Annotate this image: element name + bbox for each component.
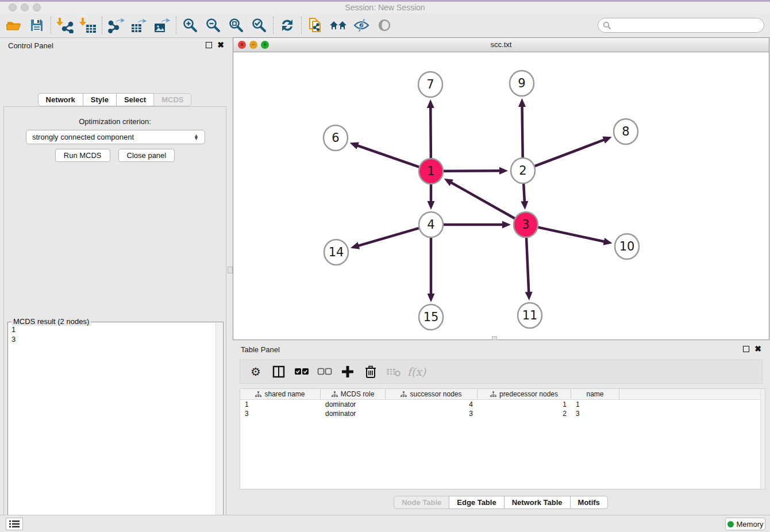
- table-row[interactable]: 3dominator323: [240, 409, 765, 418]
- network-canvas[interactable]: 7968124314101511: [233, 52, 769, 340]
- deselect-all-button[interactable]: [315, 362, 334, 381]
- memory-button[interactable]: Memory: [725, 518, 765, 530]
- column-label: shared name: [264, 390, 305, 398]
- save-disk-icon: [29, 18, 44, 33]
- mcds-result-text[interactable]: 1 3: [11, 325, 16, 344]
- table-cell[interactable]: dominator: [321, 409, 386, 418]
- fx-icon: f(x): [407, 365, 426, 378]
- table-cell[interactable]: 1: [240, 400, 321, 409]
- column-header-MCDS-role[interactable]: MCDS role: [321, 389, 386, 399]
- copy-network-button[interactable]: [304, 15, 327, 36]
- select-spinner-icon: ▲▼: [194, 134, 199, 140]
- export-network-button[interactable]: [105, 15, 128, 36]
- graph-node-label: 1: [427, 164, 434, 178]
- apply-layout-button[interactable]: [276, 15, 299, 36]
- app-window: Session: New Session: [0, 0, 770, 532]
- network-view-title: scc.txt: [233, 40, 769, 49]
- window-title: Session: New Session: [0, 3, 770, 12]
- table-settings-button[interactable]: ⚙: [246, 362, 265, 381]
- column-header-shared-name[interactable]: shared name: [240, 389, 321, 399]
- zoom-out-button[interactable]: [202, 15, 225, 36]
- column-header-predecessor-nodes[interactable]: predecessor nodes: [478, 389, 571, 399]
- column-header-name[interactable]: name: [571, 389, 619, 399]
- show-all-networks-button[interactable]: [327, 15, 350, 36]
- table-cell[interactable]: 2: [478, 409, 571, 418]
- graph-node-label: 9: [518, 76, 525, 90]
- mcds-result-title: MCDS result (2 nodes): [11, 317, 91, 326]
- tab-edge-table[interactable]: Edge Table: [449, 496, 504, 509]
- export-table-button[interactable]: [128, 15, 151, 36]
- zoom-fit-button[interactable]: [225, 15, 248, 36]
- zoom-selected-button[interactable]: [248, 15, 271, 36]
- tab-node-table[interactable]: Node Table: [394, 496, 449, 509]
- column-label: name: [586, 390, 603, 398]
- toggle-graphics-details-button[interactable]: [350, 15, 373, 36]
- column-header-successor-nodes[interactable]: successor nodes: [386, 389, 478, 399]
- table-header-row: shared name MCDS role successor nodes pr…: [240, 389, 765, 400]
- status-bar: Memory: [0, 515, 770, 532]
- close-panel-button[interactable]: Close panel: [118, 149, 175, 162]
- close-panel-icon[interactable]: ✖: [217, 41, 224, 49]
- tab-motifs[interactable]: Motifs: [570, 496, 608, 509]
- table-cell[interactable]: 1: [571, 400, 619, 409]
- delete-row-button[interactable]: [361, 362, 380, 381]
- export-table-icon: [130, 17, 148, 33]
- tab-mcds[interactable]: MCDS: [153, 93, 191, 106]
- table-cell[interactable]: 4: [386, 400, 478, 409]
- network-view-titlebar: × − + scc.txt: [233, 38, 769, 52]
- table-cell[interactable]: 1: [478, 400, 571, 409]
- delete-table-button-disabled: [384, 362, 403, 381]
- table-scrollbar[interactable]: [760, 389, 765, 489]
- import-network-button[interactable]: [53, 15, 76, 36]
- toggle-bird-eye-view-button[interactable]: [373, 15, 396, 36]
- titlebar: Session: New Session: [0, 2, 770, 13]
- table-cell[interactable]: dominator: [321, 400, 386, 409]
- column-label: successor nodes: [410, 390, 461, 398]
- column-label: predecessor nodes: [499, 390, 558, 398]
- import-table-button[interactable]: [76, 15, 99, 36]
- graph-node-label: 6: [332, 131, 339, 145]
- control-panel-tabs: Network Style Select MCDS: [0, 93, 230, 106]
- column-type-icon: [332, 391, 338, 398]
- table-cell[interactable]: 3: [386, 409, 478, 418]
- table-cell[interactable]: 3: [240, 409, 321, 418]
- run-mcds-button[interactable]: Run MCDS: [55, 149, 110, 162]
- zoom-in-icon: [182, 17, 198, 33]
- table-close-icon[interactable]: ✖: [754, 345, 761, 353]
- column-type-icon: [255, 391, 261, 398]
- network-graph: 7968124314101511: [233, 52, 769, 340]
- task-history-button[interactable]: [6, 518, 23, 530]
- network-resize-grip[interactable]: [492, 336, 497, 340]
- mcds-tab-content: Optimization criterion: strongly connect…: [3, 106, 226, 532]
- column-type-icon: [490, 391, 496, 398]
- table-row[interactable]: 1dominator411: [240, 400, 765, 409]
- table-panel-title: Table Panel: [241, 345, 280, 354]
- search-input[interactable]: [614, 20, 764, 31]
- export-image-button[interactable]: [151, 15, 174, 36]
- tab-network[interactable]: Network: [38, 93, 83, 106]
- network-view-window: × − + scc.txt 7968124314101511: [233, 37, 769, 340]
- criterion-select[interactable]: strongly connected component ▲▼: [26, 130, 205, 144]
- graph-node-label: 14: [329, 245, 344, 259]
- select-all-button[interactable]: [292, 362, 311, 381]
- table-float-icon[interactable]: [743, 346, 749, 352]
- graph-node-label: 15: [424, 310, 439, 324]
- mcds-result-box: MCDS result (2 nodes) 1 3: [7, 322, 224, 532]
- tab-style[interactable]: Style: [83, 93, 117, 106]
- checked-boxes-icon: [294, 368, 309, 376]
- result-scrollbar[interactable]: [215, 323, 222, 532]
- table-cell[interactable]: 3: [571, 409, 619, 418]
- add-row-button[interactable]: [338, 362, 357, 381]
- tab-network-table[interactable]: Network Table: [504, 496, 571, 509]
- splitter-grip[interactable]: [228, 267, 233, 273]
- copy-network-icon: [307, 17, 324, 34]
- float-panel-icon[interactable]: [206, 42, 212, 48]
- open-session-button[interactable]: [2, 15, 25, 36]
- optimization-criterion-label: Optimization criterion:: [4, 117, 226, 126]
- zoom-in-button[interactable]: [179, 15, 202, 36]
- bird-eye-icon: [377, 18, 392, 33]
- save-session-button[interactable]: [25, 15, 48, 36]
- show-column-button[interactable]: [269, 362, 288, 381]
- function-builder-button-disabled: f(x): [407, 362, 426, 381]
- tab-select[interactable]: Select: [116, 93, 154, 106]
